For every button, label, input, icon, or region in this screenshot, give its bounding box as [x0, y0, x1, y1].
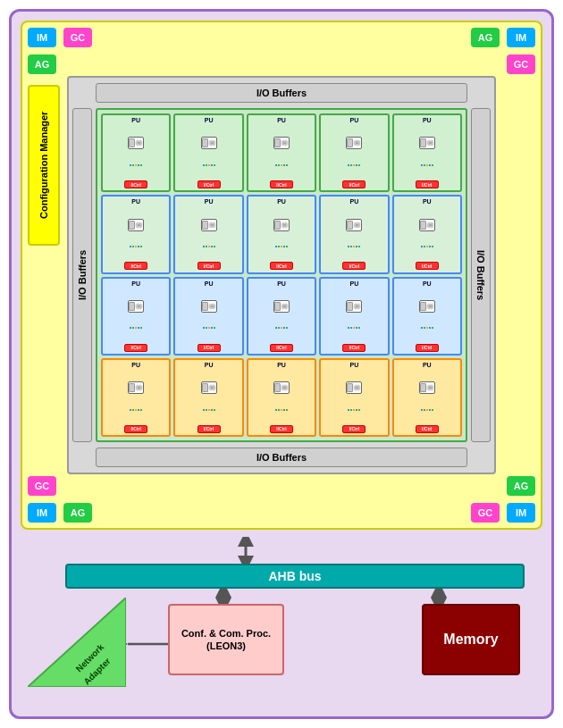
pu-icon — [346, 300, 362, 313]
badge-im-bot-right: IM — [507, 503, 535, 523]
dot — [283, 327, 285, 329]
pu-cell: PU I/Ctrl — [247, 277, 316, 356]
dot — [426, 164, 428, 166]
dot — [211, 327, 213, 329]
dot — [132, 327, 134, 329]
pu-icon — [201, 300, 217, 313]
dot — [356, 409, 357, 411]
dot — [130, 164, 131, 166]
dot — [358, 327, 360, 329]
pu-icon — [273, 219, 290, 231]
dot — [358, 409, 360, 411]
svg-rect-11 — [210, 142, 214, 145]
dot — [208, 409, 210, 411]
svg-rect-41 — [428, 142, 432, 145]
pu-ctrl: I/Ctrl — [197, 425, 221, 433]
pu-label: PU — [205, 198, 214, 205]
dot — [424, 246, 425, 247]
pu-icon — [201, 219, 217, 231]
pu-icon — [346, 381, 362, 394]
dot — [432, 246, 433, 247]
pu-ctrl-label: I/Ctrl — [130, 345, 140, 350]
pu-label: PU — [205, 362, 214, 368]
dot — [203, 164, 205, 166]
bottom-section: AHB bus Network Adapter — [21, 537, 542, 724]
pu-ctrl-label: I/Ctrl — [422, 182, 432, 188]
badge-gc-top-right: GC — [507, 54, 535, 74]
dot — [211, 246, 213, 247]
svg-rect-91 — [428, 223, 432, 226]
pu-ctrl: I/Ctrl — [270, 180, 293, 188]
pu-label: PU — [350, 280, 359, 287]
dot — [429, 246, 431, 247]
pu-cell: PU I/Ctrl — [392, 195, 462, 273]
pu-ctrl: I/Ctrl — [416, 425, 439, 433]
pu-ctrl-label: I/Ctrl — [276, 264, 286, 269]
pu-ctrl: I/Ctrl — [342, 180, 366, 188]
pu-cell: PU I/Ctrl — [247, 358, 316, 437]
pu-label: PU — [350, 362, 359, 368]
dots-row — [275, 409, 288, 411]
svg-rect-81 — [356, 223, 359, 226]
pu-ctrl: I/Ctrl — [124, 180, 147, 188]
pu-ctrl-label: I/Ctrl — [130, 264, 140, 269]
dot — [421, 327, 423, 329]
io-buffers-right: I/O Buffers — [471, 108, 491, 442]
svg-rect-101 — [138, 305, 141, 307]
svg-rect-61 — [210, 223, 214, 226]
dot — [278, 164, 280, 166]
dot — [135, 409, 137, 411]
dot — [208, 246, 210, 247]
pu-cell: PU I/Ctrl — [392, 277, 462, 356]
pu-cell: PU I/Ctrl — [247, 113, 316, 192]
dot — [283, 246, 285, 247]
svg-rect-151 — [138, 387, 141, 389]
pu-ctrl: I/Ctrl — [270, 425, 293, 433]
pu-icon — [128, 300, 144, 313]
badge-ag-top-right: AG — [471, 28, 500, 47]
svg-rect-161 — [210, 387, 214, 389]
arrow-conf-to-net — [126, 635, 171, 653]
dots-row — [130, 327, 142, 329]
svg-rect-131 — [356, 305, 359, 307]
pu-icon — [128, 219, 144, 231]
dot — [211, 409, 213, 411]
pu-label: PU — [277, 117, 286, 123]
dot — [353, 164, 355, 166]
pu-ctrl-label: I/Ctrl — [422, 426, 432, 431]
dot — [281, 246, 282, 247]
dot — [275, 409, 277, 411]
dot — [350, 246, 352, 247]
pu-ctrl: I/Ctrl — [197, 180, 221, 188]
pu-ctrl-label: I/Ctrl — [204, 426, 214, 431]
pu-icon — [419, 219, 435, 231]
pu-ctrl-label: I/Ctrl — [276, 426, 286, 431]
dot — [281, 327, 282, 329]
dot — [348, 409, 349, 411]
pu-label: PU — [205, 117, 214, 123]
dot — [275, 246, 277, 247]
pu-cell: PU I/Ctrl — [173, 113, 243, 192]
dot — [432, 327, 433, 329]
badge-ag-bot-right: AG — [507, 476, 535, 496]
pu-ctrl-label: I/Ctrl — [349, 264, 359, 269]
dot — [286, 327, 288, 329]
pu-icon — [346, 137, 362, 149]
pu-icon — [419, 137, 435, 149]
pu-cell: PU I/Ctrl — [319, 358, 389, 437]
pu-icon — [201, 381, 217, 394]
dot — [140, 327, 142, 329]
dot — [281, 164, 282, 166]
dots-row — [348, 246, 360, 247]
dot — [429, 327, 431, 329]
dots-row — [275, 246, 288, 247]
pu-ctrl-label: I/Ctrl — [349, 345, 359, 350]
dot — [281, 409, 282, 411]
dot — [278, 327, 280, 329]
dot — [140, 246, 142, 247]
io-buffers-bottom: I/O Buffers — [96, 448, 467, 467]
pu-ctrl: I/Ctrl — [342, 425, 366, 433]
dot — [135, 164, 137, 166]
dot — [208, 164, 210, 166]
dot — [353, 409, 355, 411]
